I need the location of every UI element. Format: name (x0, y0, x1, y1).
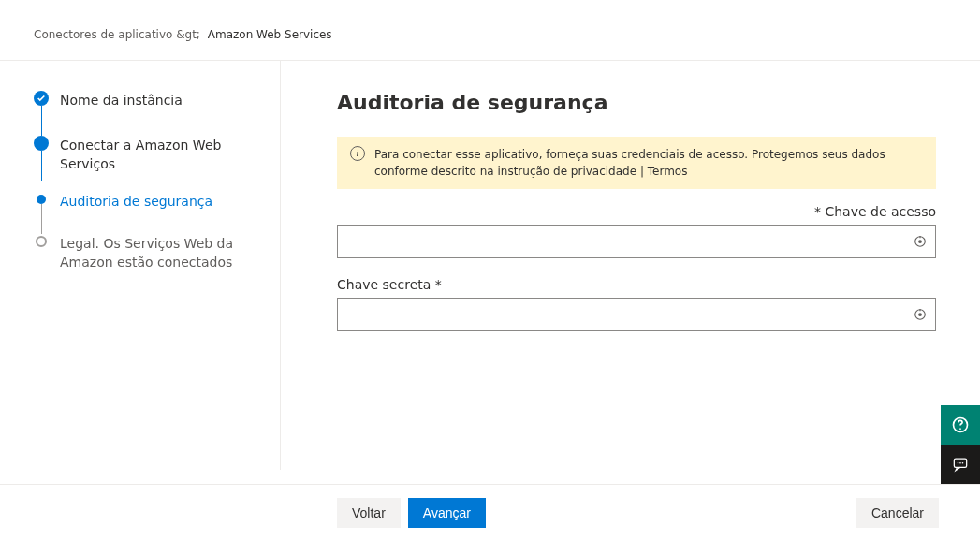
info-icon: i (350, 146, 365, 161)
svg-point-1 (918, 240, 922, 243)
svg-point-7 (958, 462, 959, 464)
step-dot-icon (36, 236, 47, 247)
breadcrumb-current: Amazon Web Services (208, 28, 332, 41)
main-content: Auditoria de segurança i Para conectar e… (281, 61, 980, 470)
next-button[interactable]: Avançar (408, 498, 486, 528)
wizard-steps-sidebar: Nome da instância Conectar a Amazon Web … (0, 61, 281, 470)
step-instance-name[interactable]: Nome da instância (34, 91, 280, 136)
cancel-button[interactable]: Cancelar (856, 498, 939, 528)
secret-key-input[interactable] (337, 298, 936, 331)
access-key-input[interactable] (337, 225, 936, 258)
password-eye-icon[interactable] (912, 306, 929, 323)
feedback-widget-button[interactable] (941, 445, 980, 484)
breadcrumb-path[interactable]: Conectores de aplicativo &gt; (34, 28, 200, 41)
help-widget-button[interactable] (941, 405, 980, 445)
step-label: Conectar a Amazon Web Serviços (60, 136, 280, 192)
checkmark-icon (34, 91, 49, 106)
svg-point-5 (959, 428, 961, 430)
info-banner: i Para conectar esse aplicativo, forneça… (337, 137, 936, 189)
step-security-audit[interactable]: Auditoria de segurança (34, 192, 280, 234)
footer: Voltar Avançar Cancelar (0, 484, 980, 540)
step-label: Legal. Os Serviços Web da Amazon estão c… (60, 234, 280, 290)
step-label: Auditoria de segurança (60, 192, 224, 229)
step-dot-icon (37, 195, 46, 204)
page-title: Auditoria de segurança (337, 91, 980, 114)
secret-key-label: Chave secreta * (337, 277, 936, 292)
access-key-block: * Chave de acesso (337, 204, 980, 258)
step-connect-aws[interactable]: Conectar a Amazon Web Serviços (34, 136, 280, 192)
step-label: Nome da instância (60, 91, 194, 128)
svg-point-9 (962, 462, 964, 464)
svg-point-8 (959, 462, 961, 464)
step-dot-icon (34, 136, 49, 151)
back-button[interactable]: Voltar (337, 498, 401, 528)
step-connected[interactable]: Legal. Os Serviços Web da Amazon estão c… (34, 234, 280, 290)
password-eye-icon[interactable] (912, 233, 929, 250)
info-banner-text: Para conectar esse aplicativo, forneça s… (374, 146, 923, 180)
svg-point-3 (918, 313, 922, 316)
floating-widgets (941, 405, 980, 484)
header: Conectores de aplicativo &gt; Amazon Web… (0, 0, 980, 61)
secret-key-block: Chave secreta * (337, 277, 980, 331)
access-key-label: * Chave de acesso (337, 204, 936, 219)
